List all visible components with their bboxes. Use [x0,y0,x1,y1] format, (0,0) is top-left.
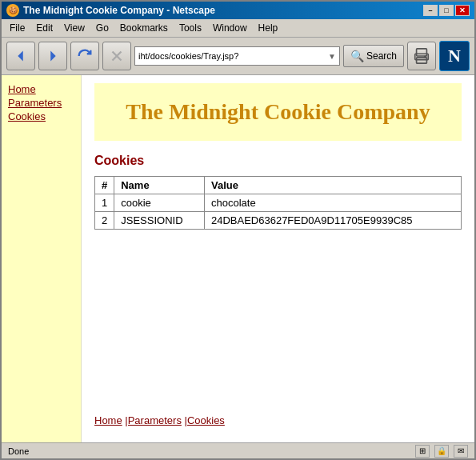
menu-file[interactable]: File [5,21,30,35]
site-title: The Midnight Cookie Company [102,99,454,125]
page-area: Home Parameters Cookies The Midnight Coo… [2,75,474,442]
menu-go[interactable]: Go [91,21,114,35]
status-icon-1: ⊞ [415,445,430,458]
title-bar-left: 🍪 The Midnight Cookie Company - Netscape [6,4,215,17]
sidebar: Home Parameters Cookies [2,75,82,442]
svg-rect-2 [417,49,427,56]
app-icon: 🍪 [6,4,19,17]
section-title: Cookies [94,154,462,168]
menu-view[interactable]: View [59,21,90,35]
menu-tools[interactable]: Tools [174,21,206,35]
toolbar: ▼ 🔍 Search N [2,38,474,75]
menu-help[interactable]: Help [254,21,283,35]
search-label: Search [366,50,397,62]
footer-links: Home |Parameters |Cookies [94,406,462,434]
col-header-num: # [95,177,114,194]
address-bar[interactable]: ▼ [134,46,340,66]
footer-link-home[interactable]: Home [94,414,122,426]
status-bar: Done ⊞ 🔒 ✉ [2,442,474,458]
menu-window[interactable]: Window [208,21,252,35]
sidebar-link-parameters[interactable]: Parameters [8,97,74,109]
menu-bar: File Edit View Go Bookmarks Tools Window… [2,19,474,38]
main-content: The Midnight Cookie Company Cookies # Na… [82,75,474,442]
search-icon: 🔍 [350,50,364,62]
window-controls[interactable]: – □ ✕ [423,5,470,16]
stop-button[interactable] [102,42,131,70]
close-button[interactable]: ✕ [455,5,470,16]
address-dropdown[interactable]: ▼ [328,52,336,61]
window-title: The Midnight Cookie Company - Netscape [23,5,215,16]
header-banner: The Midnight Cookie Company [94,83,462,141]
maximize-button[interactable]: □ [439,5,454,16]
svg-rect-3 [417,58,427,63]
back-button[interactable] [6,42,35,70]
title-bar: 🍪 The Midnight Cookie Company - Netscape… [2,2,474,19]
browser-window: 🍪 The Midnight Cookie Company - Netscape… [0,0,476,460]
svg-point-5 [425,56,426,58]
col-header-value: Value [204,177,461,194]
status-bar-right: ⊞ 🔒 ✉ [415,445,468,458]
table-row: 1 cookie chocolate [95,194,462,212]
table-header-row: # Name Value [95,177,462,194]
row2-num: 2 [95,212,114,230]
sidebar-link-home[interactable]: Home [8,83,74,95]
status-text: Done [8,446,29,456]
sidebar-link-cookies[interactable]: Cookies [8,110,74,122]
row2-name: JSESSIONID [114,212,205,230]
status-icon-2: 🔒 [434,445,449,458]
address-input[interactable] [138,51,328,61]
row1-value: chocolate [204,194,461,212]
row1-num: 1 [95,194,114,212]
reload-button[interactable] [70,42,99,70]
cookies-table: # Name Value 1 cookie chocolate 2 JSESSI… [94,176,462,230]
footer-link-cookies[interactable]: |Cookies [185,414,225,426]
table-row: 2 JSESSIONID 24DBAED63627FED0A9D11705E99… [95,212,462,230]
forward-button[interactable] [38,42,67,70]
row2-value: 24DBAED63627FED0A9D11705E9939C85 [204,212,461,230]
footer-link-parameters[interactable]: |Parameters [125,414,182,426]
search-button[interactable]: 🔍 Search [343,45,404,67]
status-icon-3: ✉ [454,445,468,458]
netscape-button[interactable]: N [439,41,470,71]
row1-name: cookie [114,194,205,212]
minimize-button[interactable]: – [423,5,438,16]
col-header-name: Name [114,177,205,194]
menu-bookmarks[interactable]: Bookmarks [115,21,173,35]
print-button[interactable] [407,42,436,70]
menu-edit[interactable]: Edit [31,21,58,35]
